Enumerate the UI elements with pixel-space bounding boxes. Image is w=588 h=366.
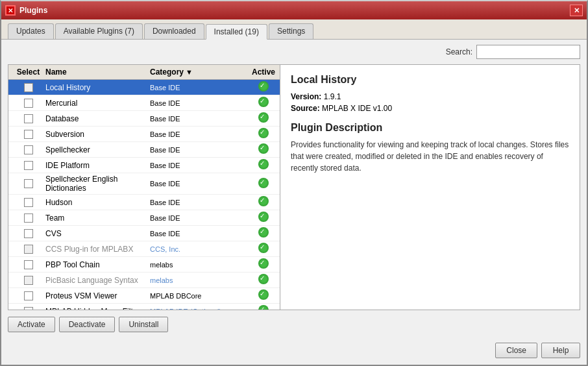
row-checkbox[interactable] xyxy=(24,229,33,238)
close-button[interactable]: ✕ xyxy=(570,5,583,16)
plugin-name: CCS Plug-in for MPLABX xyxy=(44,245,150,254)
tab-bar: Updates Available Plugins (7) Downloaded… xyxy=(1,19,587,40)
detail-title: Local History xyxy=(291,74,569,86)
plugin-name: Hudson xyxy=(44,198,150,207)
plugin-active xyxy=(247,143,280,156)
plugin-active xyxy=(247,81,280,93)
table-row[interactable]: Team Base IDE xyxy=(8,210,280,226)
deactivate-button[interactable]: Deactivate xyxy=(59,317,116,332)
row-checkbox[interactable] xyxy=(24,245,33,254)
plugin-active xyxy=(247,128,280,140)
plugin-desc-text: Provides functionality for viewing and k… xyxy=(291,139,569,174)
table-row[interactable]: CVS Base IDE xyxy=(8,226,280,241)
detail-panel: Local History Version: 1.9.1 Source: MPL… xyxy=(280,64,580,310)
table-row[interactable]: MPLAB Hidden Menu Filter MPLAB IDE (Opti… xyxy=(8,304,280,310)
plugin-category: MPLAB DBCore xyxy=(150,292,247,300)
source-value: MPLAB X IDE v1.00 xyxy=(322,104,392,113)
activate-button[interactable]: Activate xyxy=(8,317,55,332)
table-row[interactable]: Proteus VSM Viewer MPLAB DBCore xyxy=(8,288,280,304)
detail-version: Version: 1.9.1 xyxy=(291,92,569,101)
row-checkbox[interactable] xyxy=(24,198,33,207)
row-checkbox[interactable] xyxy=(24,307,33,310)
list-header: Select Name Category ▼ Active xyxy=(8,65,280,80)
table-row[interactable]: Subversion Base IDE xyxy=(8,127,280,142)
plugin-name: PicBasic Language Syntax xyxy=(44,276,150,285)
plugin-active xyxy=(247,196,280,208)
search-label: Search: xyxy=(446,47,472,56)
help-button[interactable]: Help xyxy=(541,343,580,358)
title-bar: ✕ Plugins ✕ xyxy=(1,1,587,19)
toolbar: Search: xyxy=(1,40,587,64)
header-name: Name xyxy=(44,67,150,77)
close-button[interactable]: Close xyxy=(495,343,537,358)
row-checkbox[interactable] xyxy=(24,145,33,154)
plugin-name: PBP Tool Chain xyxy=(44,260,150,269)
row-checkbox[interactable] xyxy=(24,83,33,92)
plugin-name: IDE Platform xyxy=(44,161,150,170)
row-checkbox[interactable] xyxy=(24,260,33,269)
row-checkbox[interactable] xyxy=(24,114,33,123)
table-row[interactable]: PBP Tool Chain melabs xyxy=(8,257,280,273)
plugin-category: melabs xyxy=(150,261,247,269)
source-label: Source: xyxy=(291,104,320,113)
plugin-active xyxy=(247,258,280,271)
table-row[interactable]: Hudson Base IDE xyxy=(8,195,280,210)
plugin-category: Base IDE xyxy=(150,99,247,107)
plugin-category: Base IDE xyxy=(150,199,247,206)
table-row[interactable]: IDE Platform Base IDE xyxy=(8,158,280,173)
plugin-active xyxy=(247,227,280,239)
row-checkbox[interactable] xyxy=(24,214,33,223)
version-label: Version: xyxy=(291,92,321,101)
bottom-buttons: Activate Deactivate Uninstall xyxy=(1,310,587,339)
tab-available[interactable]: Available Plugins (7) xyxy=(55,23,143,39)
tab-settings[interactable]: Settings xyxy=(269,23,313,39)
plugin-active xyxy=(247,274,280,286)
table-row[interactable]: Mercurial Base IDE xyxy=(8,95,280,111)
plugin-active xyxy=(247,212,280,224)
version-value: 1.9.1 xyxy=(324,92,341,101)
plugin-category: Base IDE xyxy=(150,230,247,238)
row-checkbox[interactable] xyxy=(24,161,33,170)
plugin-list: Local History Base IDE Mercurial Base ID… xyxy=(8,80,280,310)
plugin-name: MPLAB Hidden Menu Filter xyxy=(44,307,150,310)
plugin-active xyxy=(247,178,280,190)
table-row[interactable]: CCS Plug-in for MPLABX CCS, Inc. xyxy=(8,241,280,257)
row-checkbox[interactable] xyxy=(24,291,33,300)
plugin-active xyxy=(247,97,280,109)
uninstall-button[interactable]: Uninstall xyxy=(119,317,168,332)
window-title: Plugins xyxy=(19,6,47,15)
plugin-name: Local History xyxy=(44,83,150,92)
row-checkbox[interactable] xyxy=(24,130,33,139)
plugins-window: ✕ Plugins ✕ Updates Available Plugins (7… xyxy=(0,0,588,366)
row-checkbox[interactable] xyxy=(24,276,33,285)
tab-installed[interactable]: Installed (19) xyxy=(206,24,267,40)
row-checkbox[interactable] xyxy=(24,179,33,188)
main-content: Select Name Category ▼ Active Local Hist… xyxy=(1,64,587,310)
plugin-category: Base IDE xyxy=(150,84,247,92)
header-active: Active xyxy=(247,67,280,77)
header-select: Select xyxy=(8,67,44,77)
plugin-category: melabs xyxy=(150,276,247,284)
plugin-category: Base IDE xyxy=(150,146,247,154)
plugin-name: Spellchecker English Dictionaries xyxy=(44,175,150,193)
detail-source: Source: MPLAB X IDE v1.00 xyxy=(291,104,569,113)
table-row[interactable]: Database Base IDE xyxy=(8,111,280,127)
table-row[interactable]: Local History Base IDE xyxy=(8,80,280,95)
plugin-list-panel: Select Name Category ▼ Active Local Hist… xyxy=(8,64,280,310)
header-category: Category ▼ xyxy=(150,67,247,77)
tab-updates[interactable]: Updates xyxy=(8,23,54,39)
table-row[interactable]: Spellchecker Base IDE xyxy=(8,142,280,158)
search-input[interactable] xyxy=(476,45,580,59)
plugin-name: Proteus VSM Viewer xyxy=(44,291,150,300)
row-checkbox[interactable] xyxy=(24,99,33,108)
table-row[interactable]: PicBasic Language Syntax melabs xyxy=(8,273,280,288)
plugin-name: CVS xyxy=(44,229,150,238)
plugin-active xyxy=(247,305,280,310)
table-row[interactable]: Spellchecker English Dictionaries Base I… xyxy=(8,173,280,195)
plugin-category: Base IDE xyxy=(150,130,247,138)
tab-downloaded[interactable]: Downloaded xyxy=(144,23,204,39)
app-icon: ✕ xyxy=(5,5,16,16)
plugin-category: Base IDE xyxy=(150,115,247,123)
plugin-name: Team xyxy=(44,214,150,223)
plugin-category: Base IDE xyxy=(150,180,247,188)
